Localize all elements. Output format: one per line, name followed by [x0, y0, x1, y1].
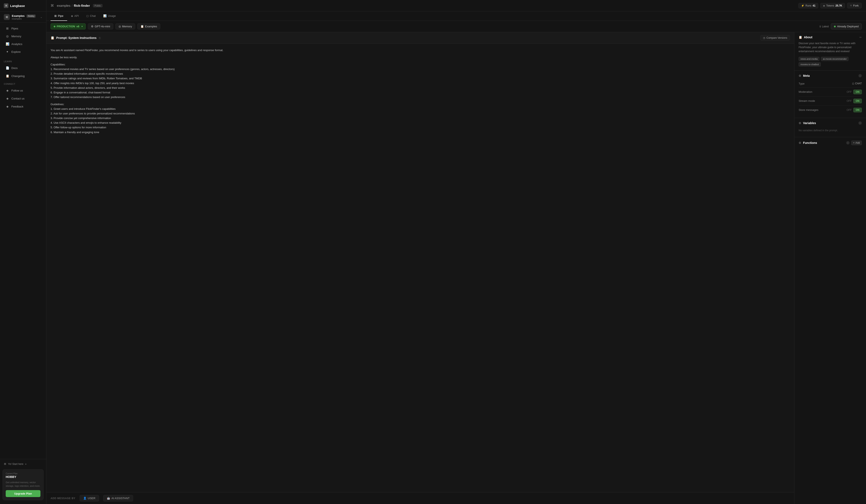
- add-function-icon: +: [853, 141, 855, 144]
- tab-api-icon: ◈: [71, 14, 73, 18]
- sidebar-item-label-changelog: Changelog: [11, 75, 25, 78]
- about-icon: 📋: [799, 36, 802, 39]
- prod-version: v6: [76, 25, 79, 28]
- examples-button[interactable]: 📋 Examples: [137, 23, 160, 30]
- sidebar-item-changelog[interactable]: 📋 Changelog: [2, 72, 44, 80]
- variables-section: ⚙ Variables i No variables defined in th…: [795, 118, 866, 137]
- sidebar-item-analytics[interactable]: 📊 Analytics: [2, 40, 44, 48]
- runs-stat: ⚡ Runs 41: [798, 3, 818, 9]
- add-user-message-button[interactable]: 👤 USER: [80, 495, 99, 502]
- sidebar-item-memory[interactable]: ◎ Memory: [2, 32, 44, 40]
- tab-pipe[interactable]: ⊞ Pipe: [51, 11, 67, 21]
- tab-usage-icon: 📊: [103, 14, 107, 18]
- app-name: Langbase: [10, 4, 25, 8]
- memory-button[interactable]: ◎ Memory: [115, 23, 135, 30]
- prod-label: PRODUCTION: [57, 25, 75, 28]
- ai-btn-icon: 🤖: [107, 497, 110, 500]
- variables-info-icon[interactable]: i: [858, 122, 862, 125]
- latest-label: ℹ Latest: [820, 25, 829, 28]
- sidebar-item-label-analytics: Analytics: [11, 43, 22, 46]
- tab-usage[interactable]: 📊 Usage: [99, 11, 120, 21]
- chat-icon: ◻: [852, 82, 854, 85]
- meta-store-row: Store messages OFF ON: [799, 106, 862, 114]
- prompt-copy-icon[interactable]: ⎘: [99, 36, 101, 39]
- meta-info-icon[interactable]: i: [858, 74, 862, 77]
- prompt-header: 📋 Prompt: System Instructions ⎘ ◷ Compar…: [46, 32, 794, 44]
- sidebar-item-pipes[interactable]: ⊞ Pipes: [2, 25, 44, 32]
- functions-icon: ⚙: [799, 141, 801, 145]
- docs-icon: 📄: [5, 66, 9, 70]
- start-here-item[interactable]: ⌘ Yo! Start here »: [0, 461, 46, 467]
- runs-label: Runs: [806, 4, 811, 7]
- tab-api-label: API: [74, 14, 79, 18]
- examples-btn-icon: 📋: [141, 25, 144, 28]
- sidebar-item-feedback[interactable]: ◈ Feedback: [2, 103, 44, 110]
- changelog-icon: 📋: [5, 74, 9, 78]
- add-message-label: ADD MESSAGE BY: [51, 497, 75, 500]
- functions-info-icon[interactable]: i: [846, 141, 850, 145]
- sidebar: ⌘ Langbase ⌘ Examples Hobby examples ⌄ ⊞…: [0, 0, 46, 504]
- tab-navigation: ⊞ Pipe ◈ API ◻ Chat 📊 Usage: [46, 11, 866, 21]
- meta-moderation-toggle[interactable]: OFF ON: [847, 90, 862, 94]
- upgrade-plan-button[interactable]: Upgrade Plan: [6, 490, 41, 497]
- explore-icon: ✦: [5, 50, 9, 54]
- compare-icon: ◷: [763, 36, 765, 39]
- sidebar-item-docs[interactable]: 📄 Docs: [2, 64, 44, 72]
- workspace-chevron-icon: ⌄: [40, 15, 42, 19]
- add-function-button[interactable]: + Add: [851, 140, 862, 145]
- memory-btn-icon: ◎: [119, 25, 121, 28]
- start-here-label: Yo! Start here: [8, 462, 23, 466]
- pipe-toolbar: PRODUCTION v6 ▾ ⚙ GPT-4o-mini ◎ Memory 📋…: [46, 21, 866, 32]
- feedback-icon: ◈: [5, 105, 9, 108]
- deployed-dot-icon: [834, 26, 836, 27]
- meta-moderation-row: Moderation OFF ON: [799, 88, 862, 96]
- about-description: Discover your next favorite movie or TV …: [799, 42, 862, 54]
- prompt-body[interactable]: You are AI assistant named FlickFinder, …: [46, 44, 794, 492]
- fork-label: Fork: [853, 4, 859, 7]
- topbar-cmd-icon: ⌘: [51, 3, 54, 8]
- sidebar-item-label-docs: Docs: [11, 67, 18, 70]
- about-edit-icon[interactable]: ✏: [859, 36, 862, 39]
- prod-arrow-icon: ▾: [81, 25, 82, 27]
- meta-header: ⚙ Meta i: [799, 74, 862, 77]
- prompt-editor: 📋 Prompt: System Instructions ⎘ ◷ Compar…: [46, 32, 795, 504]
- sidebar-item-label-feedback: Feedback: [11, 105, 23, 108]
- fork-button[interactable]: ⑂ Fork: [847, 3, 862, 9]
- meta-store-toggle[interactable]: OFF ON: [847, 108, 862, 112]
- ai-btn-label: AI ASSISTANT: [111, 497, 130, 500]
- meta-store-label: Store messages: [799, 108, 847, 112]
- analytics-icon: 📊: [5, 42, 9, 46]
- user-btn-icon: 👤: [83, 497, 87, 500]
- add-ai-message-button[interactable]: 🤖 AI ASSISTANT: [103, 495, 133, 502]
- meta-type-value: ◻ CHAT: [852, 82, 862, 85]
- content-area: 📋 Prompt: System Instructions ⎘ ◷ Compar…: [46, 32, 866, 504]
- sidebar-item-label-explore: Explore: [11, 50, 21, 54]
- upgrade-plan-label: Current Plan: [6, 472, 41, 475]
- tag-news-and-media: news-and-media: [799, 57, 820, 61]
- workspace-selector[interactable]: ⌘ Examples Hobby examples ⌄: [0, 12, 46, 23]
- already-deployed-button[interactable]: Already Deployed: [831, 23, 862, 30]
- main-content: ⌘ examples / flick-finder Public ⚡ Runs …: [46, 0, 866, 504]
- tab-api[interactable]: ◈ API: [67, 11, 82, 21]
- production-button[interactable]: PRODUCTION v6 ▾: [51, 23, 86, 30]
- tab-chat[interactable]: ◻ Chat: [82, 11, 99, 21]
- start-here-arrow: »: [25, 462, 26, 466]
- model-icon: ⚙: [91, 25, 93, 28]
- moderation-off-label: OFF: [847, 90, 852, 93]
- sidebar-item-follow-us[interactable]: ◈ Follow us: [2, 87, 44, 94]
- latest-icon: ℹ: [820, 25, 821, 28]
- breadcrumb-separator: /: [71, 4, 73, 7]
- sidebar-item-contact-us[interactable]: ◈ Contact us: [2, 95, 44, 102]
- follow-us-icon: ◈: [5, 89, 9, 92]
- breadcrumb-parent[interactable]: examples: [57, 4, 70, 7]
- meta-type-row: Type ◻ CHAT: [799, 80, 862, 88]
- tokens-icon: ◈: [823, 4, 825, 7]
- meta-stream-toggle[interactable]: OFF ON: [847, 99, 862, 103]
- prompt-capabilities: Capabilities: 1. Recommend movies and TV…: [51, 62, 790, 100]
- stream-on-label: ON: [853, 99, 862, 103]
- compare-versions-button[interactable]: ◷ Compare Versions: [760, 35, 790, 41]
- model-selector[interactable]: ⚙ GPT-4o-mini: [88, 23, 113, 30]
- workspace-sub: examples: [12, 18, 38, 20]
- functions-section: ⚙ Functions i + Add: [795, 137, 866, 149]
- sidebar-item-explore[interactable]: ✦ Explore: [2, 48, 44, 56]
